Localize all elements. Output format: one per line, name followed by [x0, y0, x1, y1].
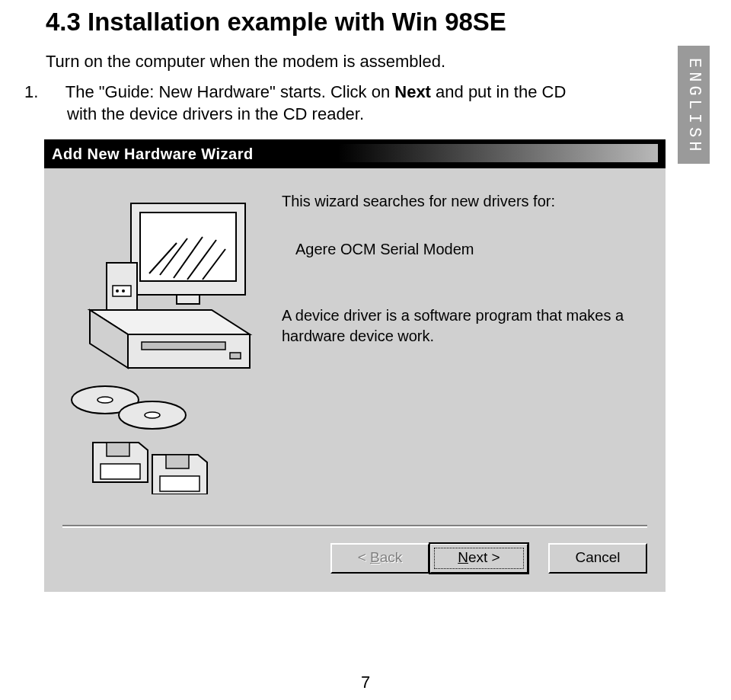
wizard-intro-text: This wizard searches for new drivers for…: [282, 191, 647, 212]
computer-disks-icon: [62, 190, 260, 494]
svg-rect-14: [230, 353, 241, 359]
wizard-text-panel: This wizard searches for new drivers for…: [282, 190, 647, 511]
hardware-wizard-window: Add New Hardware Wizard: [44, 139, 666, 592]
svg-point-18: [122, 289, 125, 292]
back-underline: B: [370, 549, 380, 565]
step-number: 1.: [46, 81, 61, 104]
next-button[interactable]: Next >: [429, 543, 528, 574]
svg-rect-28: [160, 476, 200, 491]
step-text-a: The "Guide: New Hardware" starts. Click …: [65, 82, 395, 101]
wizard-device-name: Agere OCM Serial Modem: [295, 239, 647, 260]
svg-point-20: [97, 397, 113, 403]
next-rest: ext >: [468, 549, 500, 565]
cancel-button[interactable]: Cancel: [548, 543, 647, 574]
svg-point-17: [116, 289, 119, 292]
svg-point-22: [145, 412, 160, 418]
intro-text: Turn on the computer when the modem is a…: [46, 50, 594, 73]
back-button: < Back: [330, 543, 429, 574]
next-underline: N: [458, 549, 468, 565]
wizard-description: A device driver is a software program th…: [282, 305, 647, 347]
wizard-button-row: < Back Next > Cancel: [44, 528, 666, 592]
back-prefix: <: [358, 549, 370, 565]
back-rest: ack: [380, 549, 403, 565]
wizard-illustration: [62, 190, 260, 494]
svg-rect-2: [177, 295, 200, 304]
page-number: 7: [0, 673, 731, 692]
svg-rect-24: [107, 443, 129, 456]
language-tab: ENGLISH: [678, 46, 710, 164]
svg-rect-27: [166, 455, 189, 468]
svg-rect-1: [140, 213, 236, 281]
svg-marker-11: [128, 334, 250, 368]
step-1: 1. The "Guide: New Hardware" starts. Cli…: [46, 81, 594, 126]
svg-rect-13: [142, 342, 225, 350]
section-heading: 4.3 Installation example with Win 98SE: [46, 8, 685, 37]
wizard-title: Add New Hardware Wizard: [52, 145, 254, 162]
svg-rect-25: [101, 464, 140, 479]
document-page: 4.3 Installation example with Win 98SE T…: [0, 0, 731, 592]
cancel-label: Cancel: [575, 549, 620, 565]
wizard-titlebar[interactable]: Add New Hardware Wizard: [44, 139, 666, 168]
titlebar-gradient: [338, 144, 658, 162]
wizard-body: This wizard searches for new drivers for…: [44, 168, 666, 519]
step-text-bold: Next: [394, 82, 431, 101]
